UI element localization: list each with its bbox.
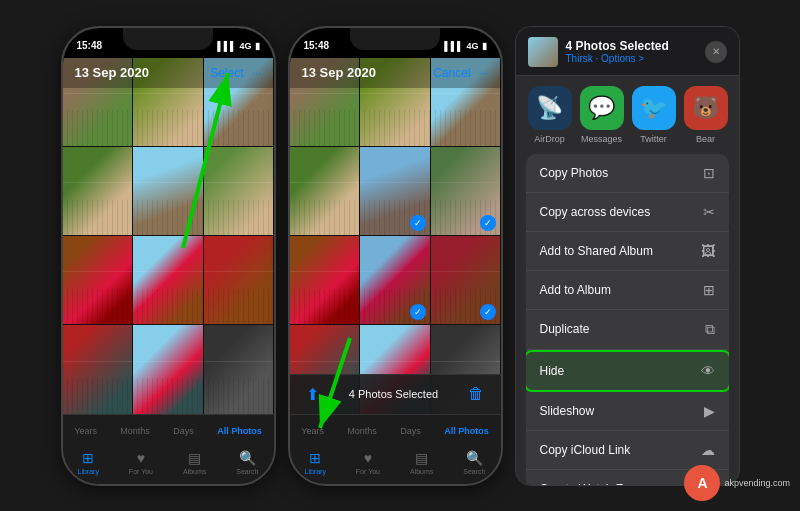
header-actions-1: Select ··· (210, 66, 261, 80)
action-copy-photos[interactable]: Copy Photos ⊡ (526, 154, 729, 193)
photo-cell[interactable] (63, 325, 133, 413)
search-label-2: Search (463, 468, 485, 475)
duplicate-label: Duplicate (540, 322, 590, 336)
check-mark-8: ✓ (410, 304, 426, 320)
tab-months-2[interactable]: Months (347, 426, 377, 436)
search-tab-2[interactable]: 🔍 Search (463, 450, 485, 475)
tab-months-1[interactable]: Months (120, 426, 150, 436)
photo-cell[interactable] (63, 147, 133, 235)
select-button-1[interactable]: Select (210, 66, 243, 80)
messages-label: Messages (581, 134, 622, 144)
period-tabs-2: Years Months Days All Photos (290, 415, 501, 443)
icloud-link-label: Copy iCloud Link (540, 443, 631, 457)
action-add-shared[interactable]: Add to Shared Album 🖼 (526, 232, 729, 271)
tab-years-2[interactable]: Years (301, 426, 324, 436)
header-actions-2: Cancel ··· (433, 66, 488, 80)
slideshow-icon: ▶ (704, 403, 715, 419)
library-label-2: Library (304, 468, 325, 475)
airdrop-app[interactable]: 📡 AirDrop (528, 86, 572, 144)
action-add-album[interactable]: Add to Album ⊞ (526, 271, 729, 310)
photo-cell[interactable] (133, 325, 203, 413)
photo-cell[interactable] (204, 147, 274, 235)
messages-icon: 💬 (580, 86, 624, 130)
twitter-icon: 🐦 (632, 86, 676, 130)
photo-cell-2-5[interactable]: ✓ (360, 147, 430, 235)
share-sheet-panel: 4 Photos Selected Thirsk · Options > ✕ 📡… (515, 26, 740, 486)
share-main-title: 4 Photos Selected (566, 39, 669, 53)
bear-label: Bear (696, 134, 715, 144)
bottom-tabs-2: ⊞ Library ♥ For You ▤ Albums 🔍 Search (290, 443, 501, 483)
more-button-1[interactable]: ··· (251, 66, 261, 80)
time-1: 15:48 (77, 40, 103, 51)
twitter-app[interactable]: 🐦 Twitter (632, 86, 676, 144)
main-container: 15:48 ▌▌▌ 4G ▮ 13 Sep 2020 Select ··· (53, 11, 748, 501)
trash-icon[interactable]: 🗑 (468, 385, 484, 403)
photo-cell-2-4[interactable] (290, 147, 360, 235)
share-bar: ⬆ 4 Photos Selected 🗑 (290, 374, 501, 414)
photo-header-2: 13 Sep 2020 Cancel ··· (290, 58, 501, 88)
photo-cell-2-9[interactable]: ✓ (431, 236, 501, 324)
app-icons-row: 📡 AirDrop 💬 Messages 🐦 Twitter 🐻 Bear (516, 76, 739, 154)
phone-1-screen: 15:48 ▌▌▌ 4G ▮ 13 Sep 2020 Select ··· (63, 28, 274, 484)
photo-cell[interactable] (204, 325, 274, 413)
photo-cell[interactable] (133, 147, 203, 235)
bottom-tabs-1: ⊞ Library ♥ For You ▤ Albums 🔍 Search (63, 443, 274, 483)
photo-cell-2-8[interactable]: ✓ (360, 236, 430, 324)
search-tab-1[interactable]: 🔍 Search (236, 450, 258, 475)
search-icon-1: 🔍 (239, 450, 256, 466)
check-mark-9: ✓ (480, 304, 496, 320)
tab-days-1[interactable]: Days (173, 426, 194, 436)
battery-icon-1: ▮ (255, 41, 260, 51)
action-duplicate[interactable]: Duplicate ⧉ (526, 310, 729, 350)
messages-app[interactable]: 💬 Messages (580, 86, 624, 144)
close-button[interactable]: ✕ (705, 41, 727, 63)
albums-label-1: Albums (183, 468, 206, 475)
action-icloud-link[interactable]: Copy iCloud Link ☁ (526, 431, 729, 470)
library-tab-2[interactable]: ⊞ Library (304, 450, 325, 475)
copy-photos-icon: ⊡ (703, 165, 715, 181)
foryou-tab-1[interactable]: ♥ For You (129, 450, 153, 475)
albums-tab-2[interactable]: ▤ Albums (410, 450, 433, 475)
photo-grid-1 (63, 58, 274, 414)
action-slideshow[interactable]: Slideshow ▶ (526, 392, 729, 431)
period-tabs-1: Years Months Days All Photos (63, 415, 274, 443)
tab-years-1[interactable]: Years (74, 426, 97, 436)
photo-grid-2: ✓ ✓ ✓ ✓ (290, 58, 501, 414)
time-2: 15:48 (304, 40, 330, 51)
watermark-circle: A (684, 465, 720, 501)
photo-cell-2-7[interactable] (290, 236, 360, 324)
copy-across-label: Copy across devices (540, 205, 651, 219)
tab-all-2[interactable]: All Photos (444, 426, 489, 436)
share-panel-header: 4 Photos Selected Thirsk · Options > ✕ (516, 27, 739, 76)
bear-app[interactable]: 🐻 Bear (684, 86, 728, 144)
add-album-label: Add to Album (540, 283, 611, 297)
phone-1: 15:48 ▌▌▌ 4G ▮ 13 Sep 2020 Select ··· (61, 26, 276, 486)
twitter-label: Twitter (640, 134, 667, 144)
albums-tab-1[interactable]: ▤ Albums (183, 450, 206, 475)
slideshow-label: Slideshow (540, 404, 595, 418)
action-hide[interactable]: Hide 👁 (526, 350, 729, 392)
albums-icon-1: ▤ (188, 450, 201, 466)
action-copy-across[interactable]: Copy across devices ✂ (526, 193, 729, 232)
network-2: 4G (466, 41, 478, 51)
albums-icon-2: ▤ (415, 450, 428, 466)
library-icon-1: ⊞ (82, 450, 94, 466)
foryou-tab-2[interactable]: ♥ For You (356, 450, 380, 475)
action-list: Copy Photos ⊡ Copy across devices ✂ Add … (526, 154, 729, 486)
cancel-button-2[interactable]: Cancel (433, 66, 470, 80)
add-shared-label: Add to Shared Album (540, 244, 653, 258)
tab-days-2[interactable]: Days (400, 426, 421, 436)
check-mark-5: ✓ (410, 215, 426, 231)
tab-all-1[interactable]: All Photos (217, 426, 262, 436)
photo-cell[interactable] (133, 236, 203, 324)
date-title-1: 13 Sep 2020 (75, 65, 149, 80)
photo-cell-2-6[interactable]: ✓ (431, 147, 501, 235)
library-icon-2: ⊞ (309, 450, 321, 466)
photo-cell[interactable] (204, 236, 274, 324)
photo-nav-1: Years Months Days All Photos ⊞ Library ♥… (63, 414, 274, 484)
more-button-2[interactable]: ··· (478, 66, 488, 80)
photo-cell[interactable] (63, 236, 133, 324)
battery-icon-2: ▮ (482, 41, 487, 51)
share-icon[interactable]: ⬆ (306, 385, 319, 404)
library-tab-1[interactable]: ⊞ Library (77, 450, 98, 475)
